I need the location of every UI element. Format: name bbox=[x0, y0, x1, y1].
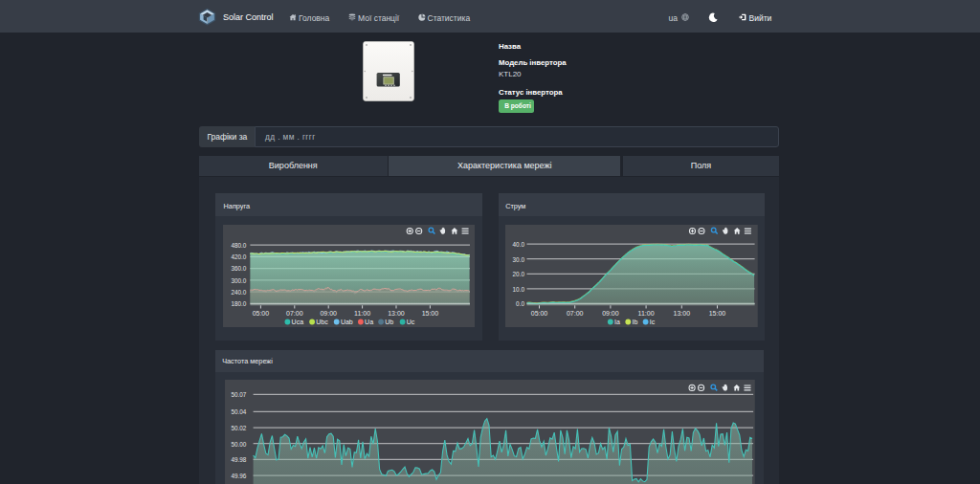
svg-text:05:00: 05:00 bbox=[252, 310, 269, 317]
svg-text:07:00: 07:00 bbox=[286, 310, 303, 317]
svg-text:07:00: 07:00 bbox=[567, 310, 584, 317]
svg-text:09:00: 09:00 bbox=[320, 310, 337, 317]
svg-text:Uc: Uc bbox=[406, 319, 414, 325]
svg-text:Ia: Ia bbox=[614, 319, 620, 325]
svg-text:50.02: 50.02 bbox=[231, 425, 246, 431]
svg-text:11:00: 11:00 bbox=[354, 310, 370, 317]
svg-text:20.0: 20.0 bbox=[513, 271, 525, 277]
svg-text:180.0: 180.0 bbox=[231, 300, 246, 307]
svg-text:40.0: 40.0 bbox=[513, 241, 525, 248]
svg-text:Uab: Uab bbox=[340, 319, 352, 325]
svg-text:50.00: 50.00 bbox=[231, 440, 246, 447]
svg-text:50.04: 50.04 bbox=[231, 408, 246, 415]
svg-text:480.0: 480.0 bbox=[231, 242, 246, 249]
svg-text:15:00: 15:00 bbox=[421, 310, 438, 317]
svg-text:240.0: 240.0 bbox=[231, 289, 246, 296]
svg-text:Ua: Ua bbox=[365, 319, 373, 325]
svg-text:09:00: 09:00 bbox=[602, 310, 619, 317]
svg-text:49.98: 49.98 bbox=[231, 456, 246, 463]
svg-text:0.0: 0.0 bbox=[516, 300, 524, 307]
svg-text:15:00: 15:00 bbox=[709, 310, 726, 317]
svg-text:11:00: 11:00 bbox=[638, 310, 655, 317]
svg-text:13:00: 13:00 bbox=[388, 310, 405, 317]
svg-text:Ub: Ub bbox=[385, 319, 393, 325]
svg-text:50.07: 50.07 bbox=[231, 391, 246, 398]
svg-text:360.0: 360.0 bbox=[231, 265, 246, 272]
svg-text:10.0: 10.0 bbox=[513, 286, 525, 293]
svg-text:49.96: 49.96 bbox=[231, 473, 246, 479]
svg-text:420.0: 420.0 bbox=[231, 253, 246, 260]
svg-text:Ib: Ib bbox=[632, 319, 637, 325]
svg-text:Ubc: Ubc bbox=[316, 319, 328, 325]
svg-text:30.0: 30.0 bbox=[513, 255, 525, 262]
svg-text:Ic: Ic bbox=[650, 319, 656, 325]
svg-text:13:00: 13:00 bbox=[674, 310, 691, 317]
svg-text:300.0: 300.0 bbox=[231, 277, 246, 284]
svg-text:05:00: 05:00 bbox=[531, 310, 548, 317]
svg-text:Uca: Uca bbox=[291, 319, 303, 325]
